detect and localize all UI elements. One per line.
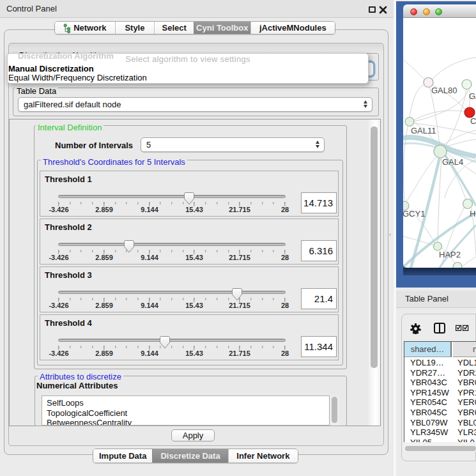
svg-text:GA: GA — [469, 91, 476, 101]
svg-text:GAL4: GAL4 — [442, 157, 463, 167]
svg-text:C: C — [470, 116, 476, 126]
svg-text:HAP2: HAP2 — [439, 250, 461, 259]
svg-text:GAL11: GAL11 — [411, 126, 436, 135]
svg-text:HI: HI — [470, 209, 476, 219]
svg-text:GAL80: GAL80 — [431, 86, 457, 95]
svg-text:GCY1: GCY1 — [403, 209, 425, 219]
